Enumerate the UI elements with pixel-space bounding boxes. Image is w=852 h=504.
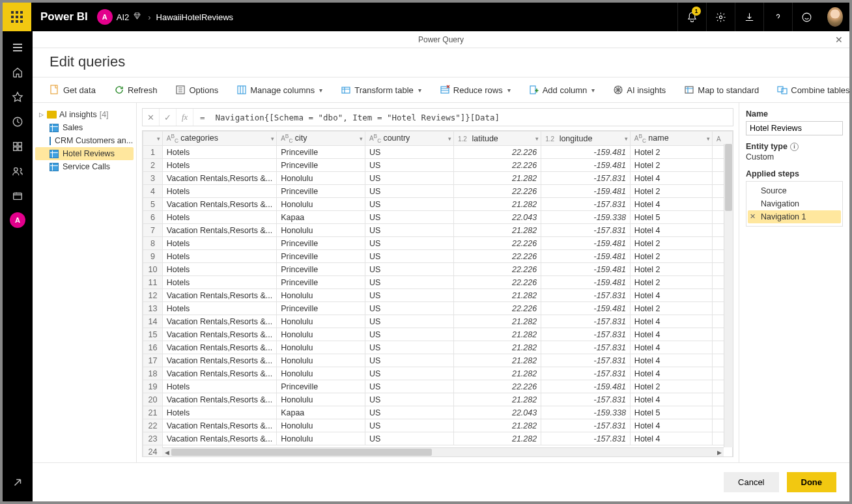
table-cell: 21.282	[454, 172, 541, 185]
column-header[interactable]: ABC country▾	[365, 132, 453, 146]
column-filter-icon[interactable]: ▾	[448, 135, 451, 142]
dataset-name[interactable]: HawaiiHotelReviews	[156, 12, 234, 22]
column-filter-icon[interactable]: ▾	[535, 135, 539, 142]
table-row[interactable]: 21HotelsKapaaUS22.043-159.338Hotel 5	[143, 406, 733, 419]
table-row[interactable]: 5Vacation Rentals,Resorts &...HonoluluUS…	[143, 198, 733, 211]
table-row[interactable]: 11HotelsPrincevilleUS22.226-159.481Hotel…	[143, 276, 733, 289]
profile-button[interactable]	[821, 3, 849, 31]
table-row[interactable]: 7Vacation Rentals,Resorts &...HonoluluUS…	[143, 224, 733, 237]
table-row[interactable]: 20Vacation Rentals,Resorts &...HonoluluU…	[143, 393, 733, 406]
table-row[interactable]: 19HotelsPrincevilleUS22.226-159.481Hotel…	[143, 380, 733, 393]
table-cell: 22.043	[454, 406, 541, 419]
table-cell: Vacation Rentals,Resorts &...	[162, 198, 276, 211]
clock-icon	[12, 116, 23, 128]
nav-apps[interactable]	[3, 134, 33, 159]
current-workspace-avatar[interactable]: A	[10, 212, 25, 228]
workspace-name[interactable]: AI2	[117, 12, 130, 22]
scroll-right-icon[interactable]: ▶	[715, 449, 724, 456]
nav-favorites[interactable]	[3, 85, 33, 109]
delete-step-icon[interactable]: ✕	[750, 212, 756, 221]
app-launcher-button[interactable]	[3, 3, 31, 31]
table-cell: Hotels	[162, 406, 276, 419]
row-number-cell: 16	[143, 341, 163, 354]
table-row[interactable]: 18Vacation Rentals,Resorts &...HonoluluU…	[143, 367, 733, 380]
feedback-button[interactable]	[792, 3, 821, 31]
cancel-button[interactable]: Cancel	[724, 472, 778, 492]
table-cell: US	[365, 354, 453, 367]
query-name-input[interactable]	[746, 121, 843, 135]
table-row[interactable]: 3Vacation Rentals,Resorts &...HonoluluUS…	[143, 172, 733, 185]
table-row[interactable]: 15Vacation Rentals,Resorts &...HonoluluU…	[143, 328, 733, 341]
workspace-avatar[interactable]: A	[97, 9, 113, 25]
table-row[interactable]: 8HotelsPrincevilleUS22.226-159.481Hotel …	[143, 237, 733, 250]
notifications-button[interactable]: 1	[677, 3, 706, 31]
query-item[interactable]: Service Calls	[35, 160, 134, 173]
settings-button[interactable]	[706, 3, 735, 31]
query-item[interactable]: Hotel Reviews	[35, 147, 134, 160]
row-number-header[interactable]: ▾	[143, 132, 163, 146]
close-button[interactable]: ✕	[835, 35, 843, 45]
table-row[interactable]: 2HotelsPrincevilleUS22.226-159.481Hotel …	[143, 159, 733, 172]
chevron-down-icon: ▾	[591, 87, 595, 94]
refresh-button[interactable]: Refresh	[109, 82, 163, 98]
column-header[interactable]: 1.2 latitude▾	[454, 132, 541, 146]
table-cell: US	[365, 380, 453, 393]
nav-shared[interactable]	[3, 159, 33, 184]
formula-cancel-button[interactable]: ✕	[143, 109, 160, 126]
vertical-scrollbar[interactable]	[724, 144, 733, 447]
table-row[interactable]: 1HotelsPrincevilleUS22.226-159.481Hotel …	[143, 146, 733, 159]
nav-workspaces[interactable]	[3, 184, 33, 208]
table-row[interactable]: 9HotelsPrincevilleUS22.226-159.481Hotel …	[143, 250, 733, 263]
nav-home[interactable]	[3, 60, 33, 85]
get-data-button[interactable]: Get data	[44, 82, 101, 98]
table-row[interactable]: 12Vacation Rentals,Resorts &...HonoluluU…	[143, 289, 733, 302]
query-item[interactable]: CRM Customers an...	[35, 134, 134, 147]
options-button[interactable]: Options	[170, 82, 223, 98]
map-standard-button[interactable]: Map to standard	[679, 82, 764, 98]
row-number-cell: 3	[143, 172, 163, 185]
column-filter-icon[interactable]: ▾	[271, 135, 274, 142]
table-row[interactable]: 23Vacation Rentals,Resorts &...HonoluluU…	[143, 432, 733, 445]
formula-fx-button[interactable]: fx	[177, 109, 193, 126]
table-cell: 22.226	[454, 185, 541, 198]
applied-step[interactable]: ✕Navigation 1	[748, 210, 841, 223]
nav-toggle-button[interactable]	[3, 35, 33, 60]
horizontal-scrollbar[interactable]: ◀ ▶	[162, 447, 724, 456]
column-header[interactable]: 1.2 longitude▾	[541, 132, 631, 146]
transform-table-button[interactable]: Transform table▾	[335, 82, 427, 98]
formula-commit-button[interactable]: ✓	[160, 109, 177, 126]
query-group[interactable]: ▷ AI insights [4]	[35, 108, 134, 121]
table-cell: 22.226	[454, 302, 541, 315]
column-header[interactable]: ABC city▾	[277, 132, 365, 146]
ai-insights-icon	[613, 85, 623, 95]
table-row[interactable]: 22Vacation Rentals,Resorts &...HonoluluU…	[143, 419, 733, 432]
table-row[interactable]: 6HotelsKapaaUS22.043-159.338Hotel 5	[143, 211, 733, 224]
column-filter-icon[interactable]: ▾	[360, 135, 363, 142]
query-item[interactable]: Sales	[35, 121, 134, 134]
nav-recent[interactable]	[3, 109, 33, 134]
nav-expand-button[interactable]	[3, 470, 33, 495]
add-column-button[interactable]: Add column▾	[524, 82, 601, 98]
info-icon[interactable]: i	[790, 143, 799, 151]
applied-step[interactable]: Navigation	[748, 197, 841, 210]
ai-insights-button[interactable]: AI insights	[608, 82, 671, 98]
combine-tables-button[interactable]: Combine tables▾	[772, 82, 852, 98]
table-row[interactable]: 16Vacation Rentals,Resorts &...HonoluluU…	[143, 341, 733, 354]
reduce-rows-button[interactable]: Reduce rows▾	[434, 82, 516, 98]
scroll-left-icon[interactable]: ◀	[162, 449, 171, 456]
download-button[interactable]	[735, 3, 763, 31]
table-row[interactable]: 13HotelsPrincevilleUS22.226-159.481Hotel…	[143, 302, 733, 315]
table-row[interactable]: 14Vacation Rentals,Resorts &...HonoluluU…	[143, 315, 733, 328]
column-header[interactable]: ABC categories▾	[162, 132, 276, 146]
column-filter-icon[interactable]: ▾	[625, 135, 628, 142]
applied-step[interactable]: Source	[748, 184, 841, 197]
table-row[interactable]: 17Vacation Rentals,Resorts &...HonoluluU…	[143, 354, 733, 367]
manage-columns-button[interactable]: Manage columns▾	[231, 82, 328, 98]
done-button[interactable]: Done	[787, 472, 837, 492]
table-row[interactable]: 10HotelsPrincevilleUS22.226-159.481Hotel…	[143, 263, 733, 276]
column-filter-icon[interactable]: ▾	[707, 135, 710, 142]
formula-input[interactable]: =Navigation{[Schema = "dbo", Item = "Hot…	[193, 113, 733, 122]
table-row[interactable]: 4HotelsPrincevilleUS22.226-159.481Hotel …	[143, 185, 733, 198]
column-header[interactable]: ABC name▾	[630, 132, 712, 146]
help-button[interactable]	[763, 3, 792, 31]
